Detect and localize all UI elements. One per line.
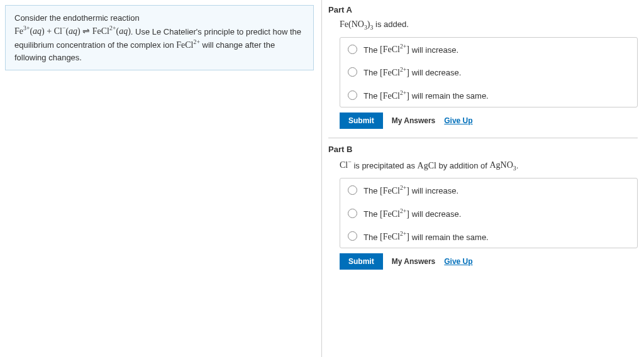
submit-button[interactable]: Submit: [340, 113, 383, 129]
fecl2plus-bracket: [FeCl2+]: [380, 68, 409, 77]
part-a-option-2[interactable]: The [FeCl2+] will decrease.: [340, 60, 637, 84]
fecl2plus-bracket: [FeCl2+]: [380, 186, 409, 195]
radio-icon: [348, 45, 357, 54]
radio-icon: [348, 231, 357, 241]
part-a-option-1[interactable]: The [FeCl2+] will increase.: [340, 38, 637, 61]
give-up-link[interactable]: Give Up: [444, 116, 472, 125]
radio-icon: [348, 67, 357, 77]
fecl2plus-bracket: [FeCl2+]: [380, 45, 409, 54]
radio-icon: [348, 91, 357, 100]
submit-button[interactable]: Submit: [340, 253, 383, 270]
part-b-stem: Cl− is precipitated as AgCl by addition …: [340, 159, 638, 172]
fecl2plus-bracket: [FeCl2+]: [380, 232, 409, 241]
divider: [328, 138, 638, 138]
part-b-option-1[interactable]: The [FeCl2+] will increase.: [340, 178, 637, 202]
part-b-title: Part B: [328, 145, 638, 154]
fecl2plus-bracket: [FeCl2+]: [380, 209, 409, 219]
complex-ion: FeCl2+: [176, 40, 200, 50]
agcl: AgCl: [418, 160, 436, 170]
prompt-line1: Consider the endothermic reaction: [14, 13, 140, 23]
my-answers-link[interactable]: My Answers: [392, 257, 436, 266]
my-answers-link[interactable]: My Answers: [392, 116, 436, 125]
radio-icon: [348, 209, 357, 218]
agno3: AgNO3: [489, 160, 516, 170]
fecl2plus-bracket: [FeCl2+]: [380, 91, 409, 101]
give-up-link[interactable]: Give Up: [444, 257, 472, 266]
part-a-option-3[interactable]: The [FeCl2+] will remain the same.: [340, 84, 637, 107]
part-a-stem: Fe(NO3)3 is added.: [340, 19, 638, 31]
part-b-actions: Submit My Answers Give Up: [340, 253, 638, 270]
reaction-equation: Fe3+(aq) + Cl−(aq) ⇌ FeCl2+(aq): [14, 26, 131, 36]
part-a-actions: Submit My Answers Give Up: [340, 113, 638, 129]
cl-minus: Cl−: [340, 160, 352, 170]
part-a-options: The [FeCl2+] will increase. The [FeCl2+]…: [340, 37, 638, 107]
radio-icon: [348, 185, 357, 195]
part-a-title: Part A: [328, 5, 638, 14]
fe-no3-3: Fe(NO3)3: [340, 19, 373, 29]
question-prompt: Consider the endothermic reaction Fe3+(a…: [5, 5, 314, 70]
part-b-option-2[interactable]: The [FeCl2+] will decrease.: [340, 202, 637, 225]
part-b-option-3[interactable]: The [FeCl2+] will remain the same.: [340, 225, 637, 248]
part-b-options: The [FeCl2+] will increase. The [FeCl2+]…: [340, 178, 638, 248]
